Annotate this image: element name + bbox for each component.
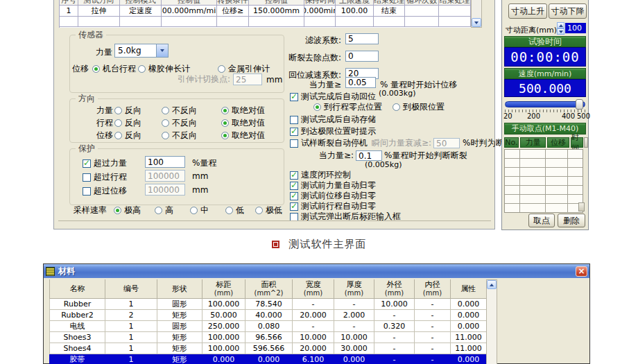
close-icon[interactable]: × xyxy=(576,266,587,277)
radio-stroke-reverse[interactable] xyxy=(114,119,122,127)
program-empty-row[interactable] xyxy=(60,17,471,27)
over-disp-input[interactable]: 100000 xyxy=(145,184,185,196)
grid-scroll-button[interactable] xyxy=(578,202,585,211)
radio-stroke-noreverse[interactable] xyxy=(162,119,169,127)
tick-label-200: 200 xyxy=(527,112,540,120)
over-force-unit: %量程 xyxy=(192,157,216,169)
checkbox-popup-gauge[interactable] xyxy=(290,213,298,221)
spin-up-icon[interactable] xyxy=(557,22,564,28)
material-window: 材料 × 名称 编号 形状 标距(mm) 面积(mm^2) 宽度(mm) 厚度(… xyxy=(43,263,590,364)
dir-stroke-label: 行程 xyxy=(96,117,113,129)
test-time-display: 00:00:00 xyxy=(504,47,586,67)
bottom-divider xyxy=(58,220,491,221)
checkbox-speed-loop[interactable] xyxy=(290,171,298,180)
direction-groupbox: 方向 力量 行程 位移 反向 不反向 取绝对值 反向 不反向 取绝对值 反向 不… xyxy=(69,98,284,143)
radio-disp-reverse[interactable] xyxy=(114,132,122,139)
over-stroke-input[interactable]: 100000 xyxy=(145,170,185,182)
sampling-rate-row: 采样速率 极高 高 中 低 极低 xyxy=(74,205,282,216)
checkbox-auto-save[interactable] xyxy=(290,116,298,124)
radio-sampling-high[interactable] xyxy=(155,207,162,214)
checkbox-over-stroke[interactable] xyxy=(83,173,91,182)
slider-thumb[interactable] xyxy=(576,99,583,110)
delete-point-button[interactable]: 删除 xyxy=(558,214,585,227)
protection-group-title: 保护 xyxy=(76,144,98,153)
filter-coef-label: 滤波系数: xyxy=(280,35,341,46)
program-step-row[interactable]: 1 拉伸 定速度 300.000mm/min 位移≥ 150.000mm 0.0… xyxy=(60,6,471,17)
break-remove-label: 断裂去除点数: xyxy=(280,52,341,64)
col-disp: 位移 xyxy=(547,137,569,148)
radio-force-noreverse[interactable] xyxy=(162,107,169,114)
checkbox-zero-force[interactable] xyxy=(290,182,298,190)
checkbox-auto-return[interactable] xyxy=(290,93,298,101)
jog-up-button[interactable]: 寸动上升 xyxy=(508,3,547,19)
radio-force-reverse[interactable] xyxy=(114,107,122,114)
force-start-input[interactable]: 0.05 xyxy=(345,77,376,88)
scroll-up-icon[interactable] xyxy=(487,280,497,289)
judge-note: (0.005kg) xyxy=(365,160,402,169)
radio-sampling-highest[interactable] xyxy=(114,207,121,214)
material-row-rubber2[interactable]: Rubber22 矩形50.000 40.00020.000 2.000- -0… xyxy=(50,310,487,321)
program-table-scrollbar[interactable] xyxy=(471,0,482,28)
radio-disp-noreverse[interactable] xyxy=(162,132,169,139)
force-label: 力量 xyxy=(96,46,112,58)
force-range-value: 5.0kg xyxy=(115,46,156,55)
points-table-scroll-nub[interactable] xyxy=(584,137,588,148)
sensor-group-title: 传感器 xyxy=(76,30,106,40)
material-row-shoes4[interactable]: Shoes41 矩形100.000 596.56620.000 30.000- … xyxy=(50,343,487,354)
force-range-combobox[interactable]: 5.0kg xyxy=(114,44,169,58)
jog-distance-value[interactable]: 100 xyxy=(565,23,586,33)
jog-distance-spinner[interactable] xyxy=(557,22,564,35)
tick-label-400: 400 xyxy=(562,112,575,120)
force-start-note: (0.003kg) xyxy=(379,89,415,98)
screenshot-canvas: 序号 测试方向 控制模式 控制值 转换条件 控制值 保持时间 上限速度 结束处理… xyxy=(0,0,638,364)
radio-return-limit[interactable] xyxy=(393,103,400,111)
radio-sampling-lowest[interactable] xyxy=(255,207,263,214)
ext-switch-label: 引伸计切换点: xyxy=(178,73,230,85)
break-remove-input[interactable]: 0 xyxy=(345,51,379,62)
radio-rubber-extensometer[interactable] xyxy=(138,65,146,73)
radio-return-zero[interactable] xyxy=(313,103,321,111)
main-settings-panel: 序号 测试方向 控制模式 控制值 转换条件 控制值 保持时间 上限速度 结束处理… xyxy=(53,0,495,229)
sampling-rate-label: 采样速率 xyxy=(74,205,107,216)
scroll-down-icon[interactable] xyxy=(472,18,481,27)
jog-distance-label: 寸动距离(mm) xyxy=(506,25,557,35)
material-row-tape-selected[interactable]: 胶带1 矩形0.000 0.0006.100 0.000- -0.000 xyxy=(50,354,487,364)
checkbox-over-force[interactable] xyxy=(83,159,91,168)
program-table-header: 序号 测试方向 控制模式 控制值 转换条件 控制值 保持时间 上限速度 结束处理… xyxy=(60,0,471,6)
spin-down-icon[interactable] xyxy=(557,28,564,35)
checkbox-zero-stroke[interactable] xyxy=(290,202,298,211)
checkbox-limit-prompt[interactable] xyxy=(290,128,298,136)
checkbox-over-disp[interactable] xyxy=(83,187,91,196)
checkbox-zero-disp[interactable] xyxy=(290,192,298,200)
program-steps-table: 序号 测试方向 控制模式 控制值 转换条件 控制值 保持时间 上限速度 结束处理… xyxy=(59,0,482,28)
decay-input[interactable]: 50 xyxy=(433,138,460,148)
radio-disp-absolute[interactable] xyxy=(221,132,229,139)
take-point-button[interactable]: 取点 xyxy=(528,214,555,227)
radio-metal-extensometer[interactable] xyxy=(218,65,225,73)
over-force-input[interactable]: 100 xyxy=(145,156,185,168)
combo-dropdown-icon[interactable] xyxy=(156,44,168,57)
ext-switch-input[interactable]: 25 xyxy=(233,73,262,85)
material-titlebar[interactable]: 材料 × xyxy=(44,264,589,278)
col-no: No. xyxy=(504,137,519,148)
radio-sampling-medium[interactable] xyxy=(190,207,198,214)
radio-force-absolute[interactable] xyxy=(221,107,229,114)
checkbox-break-stop[interactable] xyxy=(290,139,298,148)
radio-machine-stroke[interactable] xyxy=(92,65,100,73)
test-time-header: 试验时间 xyxy=(504,36,586,47)
radio-stroke-absolute[interactable] xyxy=(221,119,229,127)
radio-sampling-low[interactable] xyxy=(225,207,233,214)
speed-slider[interactable] xyxy=(505,101,585,107)
material-window-icon xyxy=(46,267,55,276)
judge-input[interactable]: 0.1 xyxy=(356,150,382,161)
material-row-rubber[interactable]: Rubber1 圆形100.000 78.540- -10.000 -0.000 xyxy=(50,299,487,310)
speed-header: 速度(mm/min) xyxy=(504,68,586,79)
material-window-title: 材料 xyxy=(58,266,75,277)
manual-points-grid[interactable] xyxy=(504,149,583,213)
material-row-wire[interactable]: 电线1 圆形250.000 0.080- -0.320 -0.000 xyxy=(50,321,487,332)
material-row-shoes3[interactable]: Shoes31 矩形100.000 96.56610.000 10.000- -… xyxy=(50,332,487,343)
filter-coef-input[interactable]: 5 xyxy=(345,33,379,44)
decay-label: 瞬间力量衰减≥: xyxy=(372,137,431,149)
jog-down-button[interactable]: 寸动下降 xyxy=(549,3,587,19)
material-table-scrollbar[interactable] xyxy=(486,279,497,364)
